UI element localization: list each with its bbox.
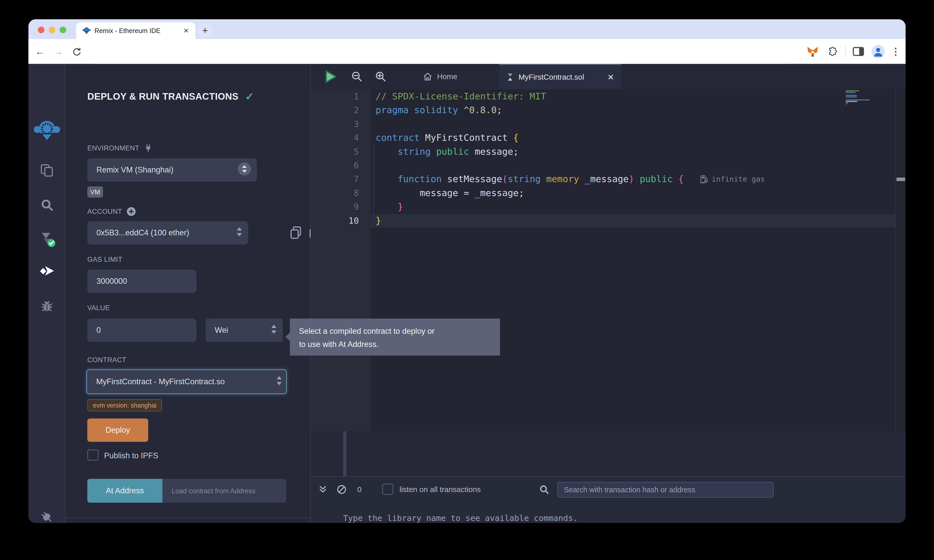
- run-script-icon[interactable]: [325, 64, 336, 89]
- home-icon: [422, 71, 433, 82]
- tab-close-icon[interactable]: ✕: [607, 73, 614, 82]
- plugin-manager-icon[interactable]: [28, 509, 65, 523]
- minimize-window-button[interactable]: [49, 27, 55, 33]
- value-unit-select[interactable]: Wei: [206, 318, 283, 342]
- code-lines: // SPDX-License-Identifier: MITpragma so…: [371, 89, 895, 228]
- search-icon[interactable]: [28, 198, 65, 212]
- environment-label: ENVIRONMENT: [87, 143, 153, 153]
- environment-plug-icon: [143, 143, 153, 153]
- select-arrows-icon: [271, 324, 277, 337]
- browser-toolbar: ← → remix.ethereum.org/#lang=en&optimize…: [28, 39, 906, 64]
- panel-divider: [65, 517, 311, 518]
- environment-select[interactable]: Remix VM (Shanghai): [87, 158, 257, 182]
- back-icon[interactable]: ←: [34, 39, 46, 64]
- close-window-button[interactable]: [38, 27, 45, 33]
- maximize-window-button[interactable]: [60, 27, 66, 33]
- contract-tooltip: Select a compiled contract to deploy or …: [290, 318, 500, 355]
- select-arrows-icon: [236, 226, 243, 239]
- tab-home[interactable]: Home: [422, 64, 457, 89]
- gas-annotation: infinite gas: [700, 172, 765, 186]
- panel-header: DEPLOY & RUN TRANSACTIONS ✓: [87, 90, 254, 103]
- zoom-out-icon[interactable]: [351, 64, 363, 89]
- zoom-in-icon[interactable]: [375, 64, 387, 89]
- editor-tab-bar: Home MyFirstContract.sol ✕: [311, 64, 906, 89]
- editor-scrollbar-rail[interactable]: [895, 89, 906, 431]
- remix-app: DEPLOY & RUN TRANSACTIONS ✓ › ENVIRONMEN…: [28, 64, 906, 523]
- browser-window: Remix - Ethereum IDE ✕ + ← → remix.ether…: [28, 19, 906, 523]
- collapse-terminal-icon[interactable]: [316, 483, 330, 496]
- deploy-button[interactable]: Deploy: [87, 418, 148, 442]
- copy-account-icon[interactable]: [289, 226, 302, 241]
- code-line[interactable]: function setMessage(string memory _messa…: [371, 172, 895, 186]
- line-number: 1: [311, 89, 371, 103]
- minimap[interactable]: [846, 90, 894, 105]
- contract-select[interactable]: MyFirstContract - MyFirstContract.so: [86, 369, 287, 394]
- toolbar-divider: [845, 46, 846, 57]
- code-line[interactable]: // SPDX-License-Identifier: MIT: [371, 89, 895, 103]
- tooltip-line2: to use with At Address.: [299, 338, 491, 351]
- browser-menu-icon[interactable]: ⋮: [889, 39, 902, 64]
- at-address-button[interactable]: At Address: [87, 479, 162, 503]
- forward-icon[interactable]: →: [52, 39, 65, 64]
- remix-logo[interactable]: [28, 119, 65, 143]
- tab-myfirstcontract[interactable]: MyFirstContract.sol ✕: [499, 64, 621, 89]
- code-line[interactable]: contract MyFirstContract {: [371, 131, 895, 145]
- code-line[interactable]: message = _message;: [371, 186, 895, 200]
- overview-ruler-mark: [897, 177, 905, 181]
- metamask-icon[interactable]: [805, 39, 820, 64]
- line-number: 2: [311, 103, 371, 117]
- compiled-check-icon: ✓: [245, 90, 254, 103]
- line-number: 3: [311, 117, 371, 131]
- code-line[interactable]: [371, 117, 895, 131]
- value-label: VALUE: [87, 304, 110, 312]
- terminal-search-icon: [538, 483, 551, 496]
- code-line[interactable]: }: [371, 200, 895, 214]
- tab-title: Remix - Ethereum IDE: [94, 27, 183, 35]
- line-number: 4: [311, 131, 371, 145]
- vm-badge: VM: [87, 186, 103, 198]
- line-number: 5: [311, 145, 371, 158]
- code-line[interactable]: string public message;: [371, 145, 895, 158]
- reload-icon[interactable]: [70, 39, 83, 64]
- icon-rail: [28, 64, 65, 523]
- load-contract-address-input[interactable]: [162, 479, 286, 503]
- select-arrows-icon: [237, 162, 251, 178]
- solidity-compiler-icon[interactable]: [28, 230, 65, 247]
- extensions-puzzle-icon[interactable]: [825, 39, 840, 64]
- account-label: ACCOUNT: [87, 206, 136, 217]
- remix-favicon-icon: [82, 27, 91, 35]
- deploy-run-icon[interactable]: [28, 265, 65, 277]
- line-number: 10: [311, 214, 371, 228]
- line-number: 6: [311, 158, 371, 172]
- tooltip-line1: Select a compiled contract to deploy or: [299, 325, 491, 338]
- code-line[interactable]: [371, 158, 895, 172]
- debugger-bug-icon[interactable]: [28, 299, 65, 313]
- line-number: 9: [311, 200, 371, 214]
- value-input[interactable]: [87, 318, 196, 342]
- code-line[interactable]: }: [371, 214, 895, 228]
- code-line[interactable]: pragma solidity ^0.8.0;: [371, 103, 895, 117]
- clear-console-icon[interactable]: [335, 483, 348, 496]
- tab-close-icon[interactable]: ✕: [183, 27, 189, 35]
- solidity-file-icon: [506, 73, 514, 82]
- gas-limit-label: GAS LIMIT: [87, 255, 122, 263]
- terminal: 0 listen on all transactions Type the li…: [311, 476, 906, 523]
- code-area[interactable]: 12345678910 // SPDX-License-Identifier: …: [311, 89, 906, 431]
- deploy-run-panel: DEPLOY & RUN TRANSACTIONS ✓ › ENVIRONMEN…: [65, 64, 311, 523]
- terminal-search-input[interactable]: [557, 482, 774, 498]
- evm-version-badge: evm version: shanghai: [87, 399, 162, 411]
- profile-avatar[interactable]: [871, 39, 886, 64]
- transaction-count: 0: [354, 483, 364, 496]
- gas-limit-input[interactable]: [87, 269, 196, 293]
- browser-tab[interactable]: Remix - Ethereum IDE ✕: [76, 22, 196, 39]
- publish-ipfs-checkbox[interactable]: [87, 449, 99, 461]
- side-panel-icon[interactable]: [851, 39, 866, 64]
- add-account-icon[interactable]: [126, 206, 136, 217]
- new-tab-button[interactable]: +: [198, 23, 212, 37]
- file-explorer-icon[interactable]: [28, 163, 65, 177]
- select-arrows-icon: [276, 375, 282, 388]
- account-select[interactable]: 0x5B3...eddC4 (100 ether): [87, 221, 248, 245]
- publish-ipfs-label: Publish to IPFS: [104, 451, 159, 460]
- line-number-gutter: 12345678910: [311, 89, 371, 431]
- listen-transactions-checkbox[interactable]: [382, 484, 393, 495]
